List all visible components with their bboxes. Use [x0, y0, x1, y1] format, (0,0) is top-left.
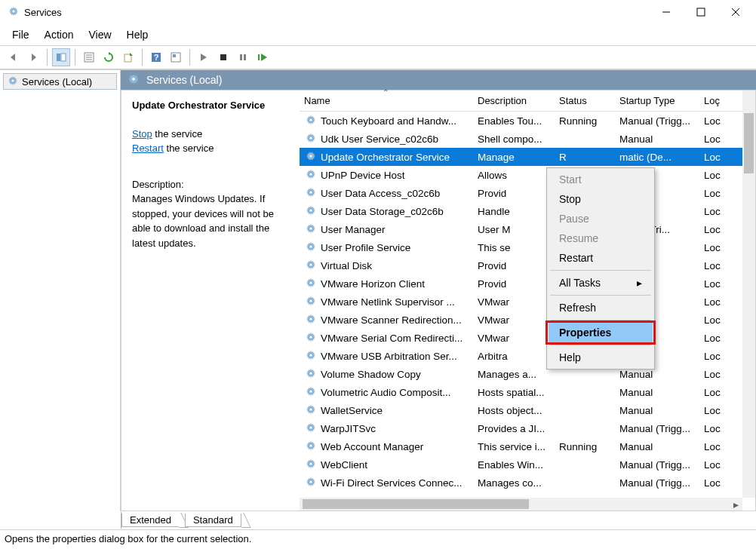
gear-icon — [304, 259, 318, 271]
maximize-button[interactable] — [684, 0, 718, 24]
service-name: WebClient — [321, 459, 367, 471]
gear-icon — [304, 314, 318, 326]
col-header-description[interactable]: Description — [475, 95, 556, 106]
service-logon: Loc — [701, 170, 724, 181]
service-desc: Allows — [475, 170, 556, 181]
context-menu-item[interactable]: Help — [549, 348, 653, 367]
service-row[interactable]: UPnP Device HostAllowsalLoc — [300, 166, 755, 184]
service-desc: Shell compo... — [475, 133, 556, 145]
service-row[interactable]: Update Orchestrator ServiceManageRmatic … — [300, 148, 755, 166]
service-row[interactable]: Web Account ManagerThis service i...Runn… — [300, 437, 755, 455]
menu-file[interactable]: File — [5, 26, 37, 44]
tab-standard[interactable]: Standard — [185, 514, 241, 527]
service-desc: This service i... — [475, 441, 556, 452]
service-row[interactable]: User Data Access_c02c6bProvidalLoc — [300, 184, 755, 202]
service-desc: Provid — [475, 278, 556, 290]
service-name: Virtual Disk — [321, 260, 372, 271]
show-hide-tree-button[interactable] — [52, 48, 70, 66]
col-header-status[interactable]: Status — [556, 95, 616, 106]
service-row[interactable]: VMware Netlink Supervisor ...VMwarmaticL… — [300, 293, 755, 311]
col-header-name[interactable]: Name — [300, 95, 475, 106]
svg-rect-20 — [258, 54, 260, 60]
service-name: VMware USB Arbitration Ser... — [321, 351, 457, 362]
content-header: Services (Local) — [121, 70, 756, 90]
service-row[interactable]: WalletServiceHosts object...ManualLoc — [300, 401, 755, 419]
tree-root-item[interactable]: Services (Local) — [3, 73, 117, 90]
service-row[interactable]: User ManagerUser Mmatic (Tri...Loc — [300, 220, 755, 238]
context-menu-item[interactable]: All Tasks▸ — [549, 273, 653, 293]
close-button[interactable] — [718, 0, 753, 24]
service-row[interactable]: VMware Horizon ClientProvidmaticLoc — [300, 274, 755, 293]
service-row[interactable]: User Data Storage_c02c6bHandlealLoc — [300, 202, 755, 220]
service-logon: Loc — [701, 278, 724, 290]
service-row[interactable]: Wi-Fi Direct Services Connec...Manages c… — [300, 474, 755, 492]
start-service-button[interactable] — [195, 48, 213, 66]
service-row[interactable]: User Profile ServiceThis sematicLoc — [300, 238, 755, 256]
service-row[interactable]: VMware USB Arbitration Ser...Arbitramati… — [300, 347, 755, 365]
menu-view[interactable]: View — [81, 26, 118, 44]
statusbar: Opens the properties dialog box for the … — [0, 529, 756, 547]
pause-service-button[interactable] — [234, 48, 252, 66]
service-startup: Manual — [616, 133, 701, 145]
service-row[interactable]: Touch Keyboard and Handw...Enables Tou..… — [300, 112, 755, 130]
tab-extended[interactable]: Extended — [121, 514, 179, 527]
stop-link[interactable]: Stop — [132, 128, 152, 140]
service-logon: Loc — [701, 314, 724, 326]
service-logon: Loc — [701, 477, 724, 489]
col-header-logon[interactable]: Loç — [701, 95, 724, 106]
service-status: Running — [556, 441, 616, 452]
service-row[interactable]: VMware Scanner Redirection...VMwarmaticL… — [300, 311, 755, 329]
service-row[interactable]: WebClientEnables Win...Manual (Trigg...L… — [300, 455, 755, 474]
service-row[interactable]: Udk User Service_c02c6bShell compo...Man… — [300, 130, 755, 148]
vertical-scrollbar[interactable] — [742, 90, 755, 498]
context-menu-item[interactable]: Properties — [549, 323, 653, 342]
gear-icon — [304, 368, 318, 380]
refresh-button[interactable] — [100, 48, 118, 66]
gear-icon — [304, 296, 318, 308]
gear-icon — [304, 440, 318, 452]
service-name: Volume Shadow Copy — [321, 369, 421, 380]
minimize-button[interactable] — [649, 0, 684, 24]
context-menu-item[interactable]: Stop — [549, 189, 653, 209]
export-button[interactable] — [119, 48, 137, 66]
service-name: VMware Serial Com Redirecti... — [321, 333, 463, 344]
help-button[interactable]: ? — [147, 48, 165, 66]
service-desc: Handle — [475, 206, 556, 217]
service-row[interactable]: VMware Serial Com Redirecti...VMwarmatic… — [300, 329, 755, 347]
context-menu: StartStopPauseResumeRestartAll Tasks▸Ref… — [546, 167, 655, 369]
context-menu-item[interactable]: Refresh — [549, 298, 653, 317]
service-startup: Manual (Trigg... — [616, 477, 701, 489]
service-startup: matic (De... — [616, 152, 701, 163]
service-row[interactable]: Volume Shadow CopyManages a...ManualLoc — [300, 365, 755, 383]
options-button[interactable] — [167, 48, 185, 66]
scroll-right-icon[interactable]: ▸ — [730, 498, 742, 511]
service-name: User Data Storage_c02c6b — [321, 206, 444, 217]
col-header-startup[interactable]: Startup Type — [616, 95, 701, 106]
service-row[interactable]: Volumetric Audio Composit...Hosts spatia… — [300, 383, 755, 401]
service-name: Udk User Service_c02c6b — [321, 133, 438, 145]
properties-button[interactable] — [80, 48, 98, 66]
service-row[interactable]: Virtual DiskProvidalLoc — [300, 256, 755, 274]
service-name: Volumetric Audio Composit... — [321, 387, 451, 398]
gear-icon — [304, 422, 318, 434]
menu-help[interactable]: Help — [119, 26, 156, 44]
service-startup: Manual (Trigg... — [616, 423, 701, 434]
svg-rect-18 — [240, 54, 242, 60]
restart-link[interactable]: Restart — [132, 143, 164, 154]
service-row[interactable]: WarpJITSvcProvides a JI...Manual (Trigg.… — [300, 419, 755, 437]
gear-icon — [304, 241, 318, 253]
context-menu-item: Pause — [549, 209, 653, 228]
menu-action[interactable]: Action — [37, 26, 81, 44]
service-name: User Data Access_c02c6b — [321, 188, 440, 199]
gear-icon — [304, 458, 318, 471]
service-logon: Loc — [701, 152, 724, 163]
back-button[interactable] — [5, 48, 23, 66]
restart-service-button[interactable] — [254, 48, 272, 66]
stop-service-button[interactable] — [214, 48, 232, 66]
horizontal-scrollbar[interactable]: ◂ ▸ — [300, 498, 742, 511]
service-name: VMware Netlink Supervisor ... — [321, 296, 455, 308]
context-menu-item[interactable]: Restart — [549, 248, 653, 268]
forward-button[interactable] — [24, 48, 42, 66]
service-logon: Loc — [701, 242, 724, 253]
view-tabs: Extended Standard — [0, 511, 756, 529]
